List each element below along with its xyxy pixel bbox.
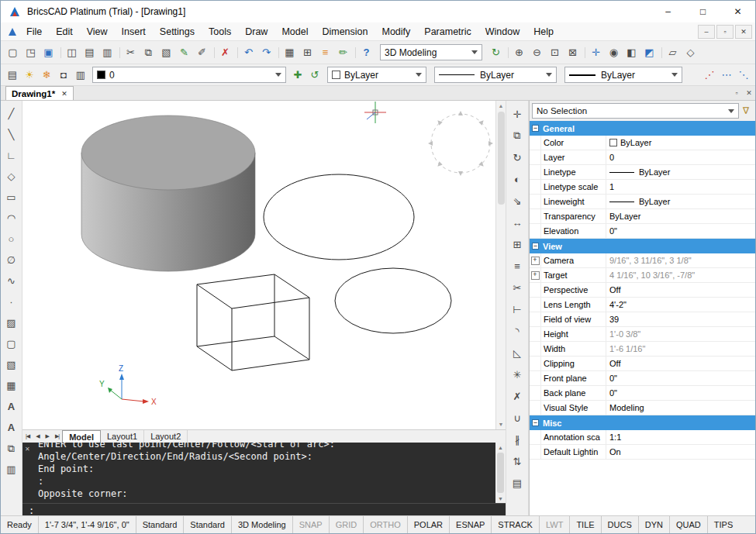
ellipse-tool[interactable]: ∅: [2, 250, 21, 270]
paste-clip-tool[interactable]: ▥: [2, 459, 21, 480]
mtext-tool[interactable]: A: [2, 417, 21, 438]
layer-previous-button[interactable]: ↺: [306, 67, 323, 84]
status-quad-toggle[interactable]: QUAD: [669, 516, 707, 533]
menu-dimension[interactable]: Dimension: [315, 22, 375, 40]
property-value[interactable]: 0": [606, 386, 755, 400]
status-dim-style[interactable]: Standard: [183, 516, 231, 533]
model-canvas[interactable]: Z Y X: [22, 101, 495, 429]
status-tips-toggle[interactable]: TIPS: [707, 516, 739, 533]
cut-button[interactable]: ✂: [122, 43, 140, 61]
menu-insert[interactable]: Insert: [115, 22, 153, 40]
paste-button[interactable]: ▧: [157, 43, 175, 61]
lineweight-combo[interactable]: ByLayer: [564, 67, 682, 83]
table-button[interactable]: ▦: [281, 43, 299, 61]
property-value[interactable]: ByLayer: [606, 209, 755, 223]
script-button[interactable]: ≡: [316, 43, 334, 61]
rotate-tool[interactable]: ↻: [508, 146, 526, 168]
region-tool[interactable]: ▢: [2, 333, 21, 354]
table-tool[interactable]: ▦: [2, 375, 21, 396]
redo-button[interactable]: ↷: [257, 43, 275, 61]
menu-tools[interactable]: Tools: [202, 22, 238, 40]
look-button[interactable]: ◉: [605, 43, 623, 61]
menu-file[interactable]: File: [19, 22, 49, 40]
page-setup-button[interactable]: ▥: [98, 43, 116, 61]
format-painter-button[interactable]: ✐: [193, 43, 211, 61]
layer-combo[interactable]: 0: [92, 67, 286, 83]
hatch-tool[interactable]: ▨: [2, 312, 21, 333]
last-tab-button[interactable]: ▶|: [52, 433, 62, 439]
status-ortho-toggle[interactable]: ORTHO: [363, 516, 407, 533]
property-value[interactable]: 1:1: [606, 430, 755, 444]
erase-tool[interactable]: ✗: [508, 385, 526, 407]
property-value[interactable]: 39: [606, 312, 755, 326]
property-value[interactable]: Off: [606, 357, 755, 370]
section-header-view[interactable]: − View: [530, 239, 755, 253]
scrollbar-thumb[interactable]: [497, 453, 504, 493]
menu-settings[interactable]: Settings: [153, 22, 202, 40]
filter-funnel-icon[interactable]: ∇: [739, 105, 753, 116]
property-value[interactable]: Off: [606, 283, 755, 297]
property-value[interactable]: ByLayer: [606, 136, 755, 150]
zoom-extents-button[interactable]: ⊠: [564, 43, 582, 61]
help-button[interactable]: ?: [357, 43, 375, 61]
scale-tool[interactable]: ⇘: [508, 190, 526, 212]
polygon-tool[interactable]: ◇: [2, 166, 21, 187]
workspace-combo[interactable]: 3D Modeling: [380, 44, 482, 60]
linetype-combo[interactable]: ByLayer: [434, 67, 557, 83]
menu-draw[interactable]: Draw: [238, 22, 274, 40]
canvas-vertical-scrollbar[interactable]: ▲ ▼: [495, 101, 506, 429]
copy-tool[interactable]: ⧉: [508, 125, 526, 146]
layer-on-off-button[interactable]: ☀: [21, 67, 38, 84]
align-tool[interactable]: ⇅: [508, 450, 526, 472]
property-value[interactable]: 1'-0 3/8": [606, 327, 755, 341]
scroll-up-icon[interactable]: ▲: [498, 443, 503, 452]
menu-modify[interactable]: Modify: [375, 22, 417, 40]
xref-attach-button[interactable]: ⊞: [299, 43, 316, 61]
explode-tool[interactable]: ✳: [508, 363, 526, 385]
extend-tool[interactable]: ⊢: [508, 298, 526, 320]
point-tool[interactable]: ∙: [2, 291, 21, 312]
mirror-tool[interactable]: ◐: [508, 168, 526, 190]
collapse-icon[interactable]: −: [532, 243, 539, 250]
camera-button[interactable]: ◩: [640, 43, 658, 61]
ray-tool[interactable]: ╲: [2, 124, 21, 145]
zoom-in-button[interactable]: ⊕: [510, 43, 528, 61]
copy-clip-tool[interactable]: ⧉: [2, 438, 21, 459]
property-value[interactable]: 1'-6 1/16": [606, 342, 755, 356]
polyline-tool[interactable]: ∟: [2, 145, 21, 166]
app-menu-icon[interactable]: [5, 27, 19, 36]
property-value[interactable]: 0": [606, 224, 755, 238]
property-value[interactable]: 4'-2": [606, 298, 755, 312]
tab-layout2[interactable]: Layout2: [144, 430, 188, 443]
property-value[interactable]: ByLayer: [606, 165, 755, 179]
circle-tool[interactable]: ○: [2, 229, 21, 250]
menu-model[interactable]: Model: [274, 22, 315, 40]
annotate-button[interactable]: ✏: [334, 43, 352, 61]
arc-tool[interactable]: ◠: [2, 208, 21, 229]
sheet-button[interactable]: ▱: [664, 43, 682, 61]
layer-plot-button[interactable]: ▥: [72, 67, 89, 84]
status-dyn-toggle[interactable]: DYN: [638, 516, 669, 533]
break-tool[interactable]: ∦: [508, 429, 526, 450]
entity-snap-button[interactable]: ⋱: [735, 67, 752, 84]
section-header-misc[interactable]: − Misc: [530, 415, 755, 430]
menu-view[interactable]: View: [80, 22, 115, 40]
scroll-down-icon[interactable]: ▼: [498, 494, 503, 503]
snap-marker-button[interactable]: ⋯: [718, 67, 735, 84]
text-tool[interactable]: A: [2, 396, 21, 417]
box-tool[interactable]: ▧: [2, 354, 21, 375]
property-value[interactable]: On: [606, 445, 755, 459]
visual-style-button[interactable]: ◧: [623, 43, 640, 61]
menu-parametric[interactable]: Parametric: [417, 22, 478, 40]
array-tool[interactable]: ⊞: [508, 233, 526, 255]
offset-tool[interactable]: ≡: [508, 255, 526, 277]
color-combo[interactable]: ByLayer: [327, 67, 426, 83]
status-esnap-toggle[interactable]: ESNAP: [449, 516, 491, 533]
stretch-tool[interactable]: ↔: [508, 212, 526, 233]
mdi-minimize-button[interactable]: –: [698, 25, 715, 39]
status-coordinates[interactable]: 1'-7 3/4", 1'-4 9/16", 0": [38, 516, 136, 533]
minimize-button[interactable]: –: [651, 1, 685, 22]
pan-button[interactable]: ✛: [587, 43, 605, 61]
property-value[interactable]: Modeling: [606, 401, 755, 415]
assembly-button[interactable]: ◇: [682, 43, 699, 61]
